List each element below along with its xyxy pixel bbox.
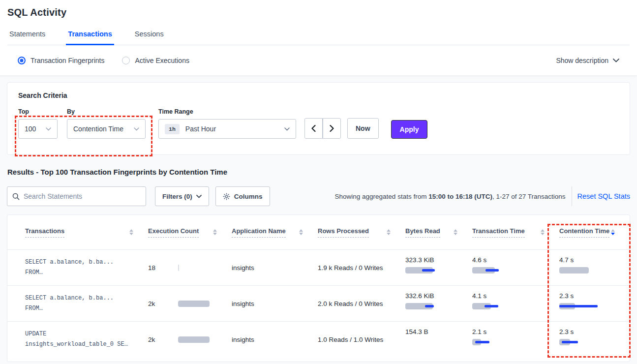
sort-icon[interactable] xyxy=(454,229,457,235)
columns-label: Columns xyxy=(234,193,263,200)
transaction-time-cell: 4.1 s xyxy=(472,286,559,321)
tab-sessions[interactable]: Sessions xyxy=(133,30,166,45)
application-name-cell: insights xyxy=(232,250,318,285)
execution-count-bar xyxy=(178,301,222,307)
column-header-execution-count[interactable]: Execution Count xyxy=(148,227,232,238)
contention-time-bar xyxy=(559,267,613,273)
column-header-transactions[interactable]: Transactions xyxy=(25,227,148,238)
top-select[interactable]: 100 xyxy=(18,119,58,139)
chevron-down-icon xyxy=(613,59,619,62)
search-icon xyxy=(12,193,20,200)
search-statements-input[interactable] xyxy=(24,192,141,200)
bytes-read-cell: 332.6 KiB xyxy=(405,286,472,321)
page-title: SQL Activity xyxy=(7,7,630,18)
transaction-time-cell: 2.1 s xyxy=(472,322,559,357)
time-range-label: Time Range xyxy=(158,108,296,115)
sql-activity-page: SQL Activity Statements Transactions Ses… xyxy=(0,0,637,364)
prev-time-button[interactable] xyxy=(304,118,323,139)
sort-icon-active-desc[interactable] xyxy=(611,229,615,235)
column-header-application-name[interactable]: Application Name xyxy=(232,227,318,238)
time-range-select[interactable]: 1h Past Hour xyxy=(158,119,296,139)
top-label: Top xyxy=(18,108,67,115)
transaction-time-bar xyxy=(472,339,526,345)
bytes-read-cell: 154.3 B xyxy=(405,322,472,357)
results-toolbar: Filters (0) Columns Showing aggregated s… xyxy=(7,186,630,207)
table-row[interactable]: SELECT a.balance, b.ba... FROM… 18 insig… xyxy=(7,249,630,285)
execution-count-bar xyxy=(178,336,222,343)
show-description-label: Show description xyxy=(556,57,608,64)
transaction-fingerprint-cell[interactable]: SELECT a.balance, b.ba... FROM… xyxy=(25,250,148,285)
apply-button[interactable]: Apply xyxy=(391,120,428,139)
sort-icon[interactable] xyxy=(129,229,133,235)
contention-time-bar xyxy=(559,303,613,309)
vertical-divider xyxy=(572,186,572,206)
application-name-cell: insights xyxy=(232,322,318,357)
time-range-value: Past Hour xyxy=(185,125,216,133)
transaction-time-bar xyxy=(472,267,526,273)
chevron-down-icon xyxy=(134,127,139,131)
execution-count-cell: 2k xyxy=(148,322,232,357)
radio-unselected-icon xyxy=(122,57,130,64)
search-criteria-panel: Search Criteria Top 100 By Contention Ti… xyxy=(7,82,630,155)
sort-icon[interactable] xyxy=(387,229,391,235)
chevron-right-icon xyxy=(330,125,334,132)
time-range-badge: 1h xyxy=(165,124,180,134)
transactions-table: Transactions Execution Count Application… xyxy=(7,214,630,362)
results-heading: Results - Top 100 Transaction Fingerprin… xyxy=(7,168,630,176)
sort-icon[interactable] xyxy=(299,229,303,235)
table-row[interactable]: UPDATE insights_workload_table_0 SE… 2k … xyxy=(7,321,630,357)
transaction-fingerprint-cell[interactable]: UPDATE insights_workload_table_0 SE… xyxy=(25,322,148,357)
by-field: By Contention Time xyxy=(67,108,158,139)
by-select-value: Contention Time xyxy=(73,125,123,133)
top-field: Top 100 xyxy=(18,108,67,139)
show-description-toggle[interactable]: Show description xyxy=(556,57,619,64)
page-header: SQL Activity Statements Transactions Ses… xyxy=(0,0,637,45)
gear-icon xyxy=(223,193,230,200)
aggregated-stats-text: Showing aggregated stats from 15:00 to 1… xyxy=(335,193,566,200)
filters-button[interactable]: Filters (0) xyxy=(155,186,209,206)
search-criteria-heading: Search Criteria xyxy=(18,91,619,99)
view-toggle-bar: Transaction Fingerprints Active Executio… xyxy=(0,45,637,76)
chevron-down-icon xyxy=(46,127,51,131)
columns-button[interactable]: Columns xyxy=(215,186,270,206)
bytes-read-bar xyxy=(405,267,459,273)
radio-label: Transaction Fingerprints xyxy=(30,57,104,64)
contention-time-cell: 2.3 s xyxy=(559,322,630,357)
tab-transactions[interactable]: Transactions xyxy=(66,30,114,45)
time-nav-group xyxy=(304,118,341,139)
column-header-bytes-read[interactable]: Bytes Read xyxy=(405,227,472,238)
radio-selected-icon xyxy=(18,57,26,64)
bytes-read-bar xyxy=(405,339,459,345)
contention-time-cell: 2.3 s xyxy=(559,286,630,321)
time-range-field: Time Range 1h Past Hour xyxy=(158,108,296,139)
sort-icon[interactable] xyxy=(213,229,217,235)
table-header-row: Transactions Execution Count Application… xyxy=(7,215,630,249)
radio-transaction-fingerprints[interactable]: Transaction Fingerprints xyxy=(18,57,104,64)
search-criteria-form: Top 100 By Contention Time xyxy=(18,108,619,139)
by-label: By xyxy=(67,108,158,115)
table-row[interactable]: SELECT a.balance, b.ba... FROM… 2k insig… xyxy=(7,285,630,321)
column-header-transaction-time[interactable]: Transaction Time xyxy=(472,227,559,238)
column-header-contention-time[interactable]: Contention Time xyxy=(559,227,630,238)
contention-time-cell: 4.7 s xyxy=(559,250,630,285)
next-time-button[interactable] xyxy=(323,118,341,139)
column-header-rows-processed[interactable]: Rows Processed xyxy=(318,227,405,238)
now-button[interactable]: Now xyxy=(347,118,379,139)
radio-label: Active Executions xyxy=(135,57,189,64)
chevron-left-icon xyxy=(311,125,316,132)
chevron-down-icon xyxy=(196,195,202,198)
rows-processed-cell: 2.0 k Reads / 0 Writes xyxy=(318,286,405,321)
transaction-fingerprint-cell[interactable]: SELECT a.balance, b.ba... FROM… xyxy=(25,286,148,321)
sort-icon[interactable] xyxy=(541,229,545,235)
execution-count-cell: 2k xyxy=(148,286,232,321)
execution-count-bar xyxy=(178,265,222,271)
contention-time-bar xyxy=(559,339,613,345)
by-select[interactable]: Contention Time xyxy=(67,119,146,139)
tab-statements[interactable]: Statements xyxy=(7,30,47,45)
top-select-value: 100 xyxy=(25,125,36,133)
radio-active-executions[interactable]: Active Executions xyxy=(122,57,189,64)
rows-processed-cell: 1.0 Reads / 1.0 Writes xyxy=(318,322,405,357)
rows-processed-cell: 1.9 k Reads / 0 Writes xyxy=(318,250,405,285)
application-name-cell: insights xyxy=(232,286,318,321)
reset-sql-stats-link[interactable]: Reset SQL Stats xyxy=(577,192,630,200)
